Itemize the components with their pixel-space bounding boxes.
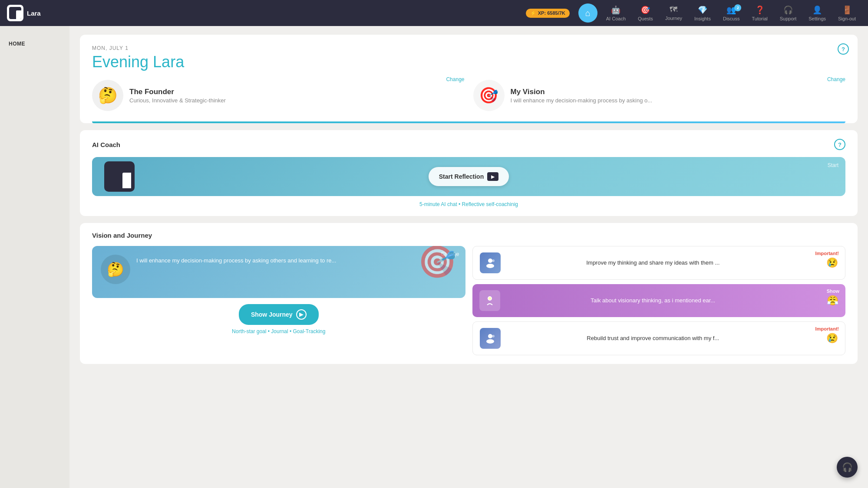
greeting-date: MON, JULY 1 [92, 45, 845, 51]
journey-btn-icon: ▶ [296, 309, 307, 320]
nav-label-insights: Insights [694, 16, 711, 21]
persona-card: Change 🤔 The Founder Curious, Innovative… [92, 80, 465, 111]
angry-icon-1: 😤 [827, 295, 838, 306]
home-icon: ⌂ [585, 8, 591, 18]
ai-coach-section: AI Coach ? Start Start Reflection ▶ 5-mi… [80, 130, 858, 216]
vision-journey-grid: Change 🤔 I will enhance my decision-maki… [92, 246, 845, 355]
ai-coach-help-icon[interactable]: ? [834, 139, 845, 150]
ai-coach-card: Start Start Reflection ▶ [92, 157, 845, 196]
xp-icon: ⚡ [530, 10, 536, 16]
quest-text-2: Rebuild trust and improve communication … [506, 334, 822, 342]
svg-point-2 [492, 259, 495, 262]
xp-badge: ⚡ XP: 6585/7K [526, 9, 570, 18]
nav-item-tutorial[interactable]: ❓ Tutorial [746, 3, 772, 24]
start-reflection-button[interactable]: Start Reflection ▶ [429, 167, 509, 186]
nav-item-quests[interactable]: 🎯 Quests [633, 3, 658, 24]
nav-item-ai-coach[interactable]: 🤖 AI Coach [601, 3, 631, 24]
vision-journey-text: I will enhance my decision-making proces… [136, 255, 336, 265]
floating-support-icon: 🎧 [842, 462, 853, 472]
quest-avatar-2 [480, 328, 501, 349]
vision-avatar: 🎯 [473, 80, 505, 111]
svg-point-4 [488, 297, 491, 300]
greeting-title: Evening Lara [92, 53, 845, 71]
svg-point-6 [486, 339, 494, 344]
quest-card-0: Important! Improve my thinking and share… [472, 246, 846, 280]
svg-point-1 [486, 264, 494, 268]
vision-journey-section: Vision and Journey Change 🤔 I will enhan… [80, 223, 858, 364]
nav-item-settings[interactable]: 👤 Settings [803, 3, 831, 24]
journey-icon: 🗺 [670, 5, 677, 14]
vision-journey-avatar: 🤔 [101, 255, 130, 284]
app-logo[interactable]: Lara [7, 5, 41, 21]
persona-info: The Founder Curious, Innovative & Strate… [129, 88, 226, 104]
greeting-section: ? MON, JULY 1 Evening Lara Change 🤔 The … [80, 35, 858, 123]
discuss-badge: 2 [734, 4, 741, 11]
ai-coach-icon: 🤖 [611, 5, 620, 15]
nav-item-signout[interactable]: 🚪 Sign-out [833, 3, 861, 24]
target-overlay: 🎯 [418, 246, 457, 277]
persona-name: The Founder [129, 88, 226, 96]
nav-label-discuss: Discuss [723, 16, 740, 21]
persona-change-button[interactable]: Change [446, 76, 464, 82]
quest-badge-1: Show [827, 288, 839, 294]
logo-inner [9, 7, 21, 19]
vision-change-button[interactable]: Change [827, 76, 845, 82]
vision-emoji: 🎯 [479, 86, 498, 105]
show-journey-container: Show Journey ▶ [92, 304, 465, 325]
support-icon: 🎧 [783, 5, 793, 15]
quests-icon: 🎯 [640, 5, 650, 15]
nav-item-discuss[interactable]: 2 👥 Discuss [718, 3, 745, 24]
sad-icon-0: 😢 [826, 257, 838, 269]
nav-label-settings: Settings [809, 16, 826, 21]
vision-journey-emoji: 🤔 [107, 261, 124, 278]
nav-item-insights[interactable]: 💎 Insights [689, 3, 716, 24]
persona-emoji: 🤔 [98, 86, 118, 105]
sad-icon-2: 😢 [826, 333, 838, 344]
show-journey-label: Show Journey [251, 311, 293, 318]
quest-avatar-0 [480, 252, 501, 273]
vision-info: My Vision I will enhance my decision-mak… [511, 88, 653, 104]
quest-badge-2: Important! [815, 326, 839, 331]
vision-description: I will enhance my decision-making proces… [511, 97, 653, 104]
start-reflection-label: Start Reflection [439, 173, 484, 180]
nav-label-support: Support [780, 16, 797, 21]
nav-label-signout: Sign-out [838, 16, 856, 21]
quest-text-1: Talk about visionary thinking, as i ment… [505, 297, 822, 305]
logo-box [7, 5, 23, 21]
top-navigation: Lara ⚡ XP: 6585/7K ⌂ 🤖 AI Coach 🎯 Quests… [0, 0, 868, 26]
nav-label-journey: Journey [665, 16, 682, 21]
nav-item-journey[interactable]: 🗺 Journey [660, 3, 687, 23]
journey-links[interactable]: North-star goal • Journal • Goal-Trackin… [92, 328, 465, 334]
persona-avatar: 🤔 [92, 80, 123, 111]
nav-items: 🤖 AI Coach 🎯 Quests 🗺 Journey 💎 Insights… [601, 3, 861, 24]
nav-item-support[interactable]: 🎧 Support [775, 3, 802, 24]
home-button[interactable]: ⌂ [578, 3, 597, 23]
ai-logo [104, 161, 135, 192]
quest-avatar-1 [479, 290, 500, 311]
quest-badge-0: Important! [815, 251, 839, 256]
quest-text-0: Improve my thinking and share my ideas w… [506, 259, 822, 267]
nav-label-tutorial: Tutorial [752, 16, 767, 21]
vision-journey-right: Important! Improve my thinking and share… [472, 246, 846, 355]
vision-journey-title: Vision and Journey [92, 232, 845, 239]
show-journey-button[interactable]: Show Journey ▶ [239, 304, 319, 325]
vision-journey-left: Change 🤔 I will enhance my decision-maki… [92, 246, 465, 355]
tutorial-icon: ❓ [755, 5, 765, 15]
sidebar-item-home[interactable]: HOME [0, 36, 69, 51]
vision-card: Change 🎯 My Vision I will enhance my dec… [473, 80, 846, 111]
ai-coach-section-title: AI Coach ? [92, 139, 845, 150]
reflection-btn-icon: ▶ [487, 172, 498, 181]
main-content: ? MON, JULY 1 Evening Lara Change 🤔 The … [69, 26, 868, 488]
quest-card-2: Important! Rebuild trust and improve com… [472, 321, 846, 355]
insights-icon: 💎 [698, 5, 707, 15]
floating-support-button[interactable]: 🎧 [837, 457, 858, 478]
svg-point-0 [488, 259, 492, 263]
svg-point-5 [488, 334, 492, 338]
ai-coach-start-label[interactable]: Start [828, 162, 838, 168]
greeting-help-icon[interactable]: ? [838, 43, 849, 55]
nav-label-ai-coach: AI Coach [606, 16, 626, 21]
app-title: Lara [27, 10, 41, 17]
signout-icon: 🚪 [842, 5, 852, 15]
vision-name: My Vision [511, 88, 653, 96]
sidebar: HOME [0, 26, 69, 488]
